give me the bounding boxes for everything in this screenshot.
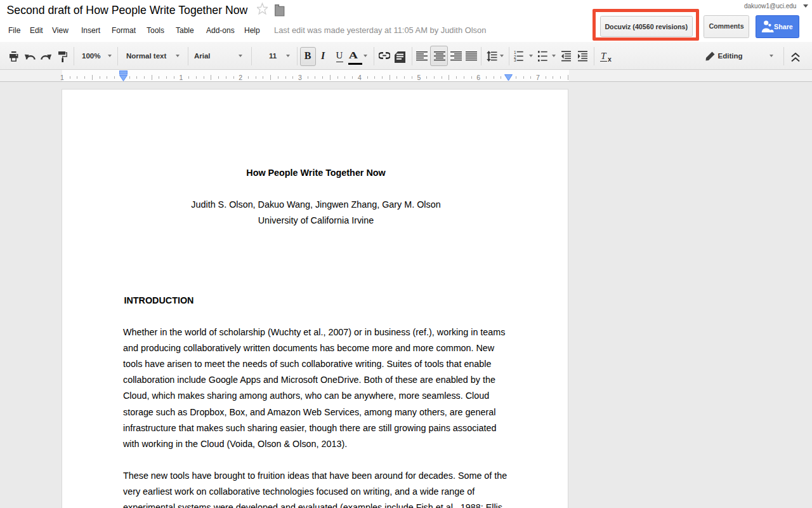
svg-text:3: 3: [514, 58, 516, 62]
